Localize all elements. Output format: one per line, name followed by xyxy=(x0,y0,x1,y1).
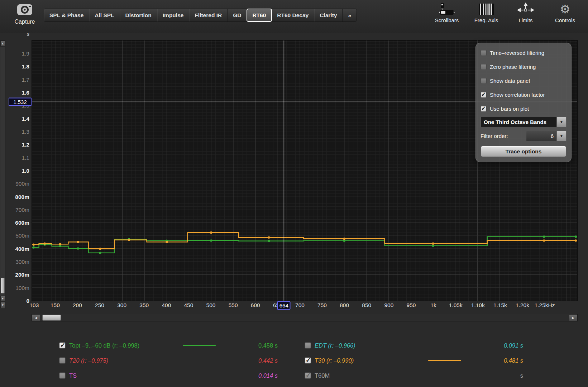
controls-button[interactable]: ⚙ Controls xyxy=(551,2,579,23)
scroll-up-button[interactable]: ▲ xyxy=(0,40,5,47)
topt-checkbox[interactable] xyxy=(59,342,66,349)
y-axis-labels: 0100m200m300m400m500m600m700m800m900m1.0… xyxy=(5,40,32,301)
t20-checkbox[interactable] xyxy=(59,357,66,364)
x-tick-label: 400 xyxy=(162,302,171,309)
t20-label: T20 (r: –0.975) xyxy=(69,353,108,368)
x-tick-label: 700 xyxy=(295,302,305,309)
bands-dropdown-value: One Third Octave Bands xyxy=(481,117,557,127)
x-tick-label: 750 xyxy=(317,302,327,309)
x-tick-label: 950 xyxy=(407,302,416,309)
y-tick-label: 700m xyxy=(15,207,29,213)
ts-checkbox[interactable] xyxy=(59,372,66,379)
x-tick-label: 150 xyxy=(51,302,60,309)
trace-options-button[interactable]: Trace options xyxy=(481,146,567,157)
scroll-right-button[interactable]: ▶ xyxy=(569,314,577,321)
x-tick-label: 1k xyxy=(430,302,436,309)
freq-axis-button[interactable]: Freq. Axis xyxy=(472,2,501,23)
capture-button[interactable]: Capture xyxy=(11,2,39,25)
use-bars-on-plot-label: Use bars on plot xyxy=(490,106,529,112)
y-tick-label: 500m xyxy=(15,233,29,239)
limits-icon xyxy=(517,2,534,16)
y-tick-label: 1.6 xyxy=(21,90,29,96)
cursor-freq-readout[interactable]: 664 xyxy=(277,301,291,310)
cursor-time-readout[interactable]: 1.532 xyxy=(9,97,32,106)
vertical-scrollbar-thumb[interactable] xyxy=(1,278,5,293)
scroll-left-button[interactable]: ◀ xyxy=(32,314,40,321)
filter-order-field[interactable]: 6 xyxy=(526,131,557,141)
rt60-chart-plot[interactable]: Time–reversed filtering Zero phase filte… xyxy=(32,40,578,301)
tab-rt60[interactable]: RT60 xyxy=(247,9,272,22)
chevron-down-icon[interactable]: ▼ xyxy=(557,117,567,127)
freq-axis-icon xyxy=(478,2,494,16)
ts-label: TS xyxy=(69,368,77,383)
x-tick-label: 850 xyxy=(362,302,371,309)
time-reversed-filtering-checkbox[interactable] xyxy=(481,50,487,56)
x-axis-labels: 1031502002503003504004505005506006507007… xyxy=(32,302,578,310)
filter-order-chevron-icon[interactable]: ▼ xyxy=(557,131,567,141)
topt-value: 0.458 s xyxy=(249,338,278,353)
scrollbars-icon xyxy=(438,2,456,16)
controls-label: Controls xyxy=(555,17,575,23)
vertical-scrollbar[interactable]: ▲ ▼ ▼ xyxy=(0,40,5,309)
x-tick-label: 103 xyxy=(30,302,39,309)
y-tick-label: 1.2 xyxy=(21,142,29,148)
tab-clarity[interactable]: Clarity xyxy=(314,9,343,22)
t30-line-swatch xyxy=(428,360,461,361)
x-tick-label: 1.15k xyxy=(493,302,507,309)
zero-phase-filtering-checkbox[interactable] xyxy=(481,64,487,70)
legend-row-ts: TS 0.014 s xyxy=(59,368,305,383)
tab-more[interactable]: » xyxy=(343,9,357,22)
scrollbars-label: Scrollbars xyxy=(435,17,459,23)
tab-spl-phase[interactable]: SPL & Phase xyxy=(44,9,89,22)
t30-label: T30 (r: –0.990) xyxy=(315,353,354,368)
show-correlation-factor-checkbox[interactable] xyxy=(481,92,487,98)
x-tick-label: 200 xyxy=(73,302,82,309)
legend-row-t60m: T60M s xyxy=(305,368,566,383)
scroll-down-button[interactable]: ▼ xyxy=(0,296,5,302)
t60m-label: T60M xyxy=(315,368,330,383)
x-tick-label: 1.05k xyxy=(449,302,463,309)
show-data-panel-checkbox[interactable] xyxy=(481,78,487,84)
y-tick-label: 600m xyxy=(15,220,29,226)
tab-distortion[interactable]: Distortion xyxy=(120,9,157,22)
graph-tab-bar: SPL & Phase All SPL Distortion Impulse F… xyxy=(44,9,357,22)
time-reversed-filtering-label: Time–reversed filtering xyxy=(490,50,544,56)
tab-rt60-decay[interactable]: RT60 Decay xyxy=(272,9,314,22)
show-data-panel-label: Show data panel xyxy=(490,78,530,84)
legend-row-topt: Topt –9..–60 dB (r: –0.998) 0.458 s xyxy=(59,338,305,353)
rt60-options-panel: Time–reversed filtering Zero phase filte… xyxy=(475,43,572,162)
topt-line-swatch xyxy=(183,345,216,346)
use-bars-on-plot-checkbox[interactable] xyxy=(481,106,487,112)
y-tick-label: 800m xyxy=(15,194,29,200)
tab-gd[interactable]: GD xyxy=(228,9,247,22)
gear-icon: ⚙ xyxy=(560,2,570,16)
limits-label: Limits xyxy=(518,17,532,23)
t30-checkbox[interactable] xyxy=(305,357,311,364)
tab-impulse[interactable]: Impulse xyxy=(157,9,190,22)
y-tick-label: 100m xyxy=(15,285,29,291)
y-tick-label: 0 xyxy=(26,298,29,304)
edt-checkbox[interactable] xyxy=(305,342,311,349)
tab-filtered-ir[interactable]: Filtered IR xyxy=(189,9,228,22)
scroll-down-button-2[interactable]: ▼ xyxy=(0,302,5,308)
scrollbars-button[interactable]: Scrollbars xyxy=(432,2,461,23)
t60m-checkbox[interactable] xyxy=(305,372,311,379)
freq-axis-label: Freq. Axis xyxy=(474,17,498,23)
x-tick-label: 1.25kHz xyxy=(535,302,555,309)
x-tick-label: 900 xyxy=(384,302,393,309)
y-tick-label: 1.7 xyxy=(21,77,29,83)
y-tick-label: 1.9 xyxy=(21,51,29,57)
horizontal-scrollbar[interactable]: ◀ ▶ xyxy=(32,314,578,321)
horizontal-scrollbar-thumb[interactable] xyxy=(42,315,61,321)
limits-button[interactable]: Limits xyxy=(511,2,540,23)
tab-all-spl[interactable]: All SPL xyxy=(89,9,120,22)
capture-label: Capture xyxy=(11,19,39,25)
top-toolbar: Capture SPL & Phase All SPL Distortion I… xyxy=(0,0,588,33)
y-tick-label: 200m xyxy=(15,272,29,278)
toolbar-tools: Scrollbars xyxy=(432,2,579,23)
camera-icon xyxy=(15,12,34,18)
bands-dropdown[interactable]: One Third Octave Bands ▼ xyxy=(481,117,567,127)
t60m-value: s xyxy=(494,368,523,383)
show-correlation-factor-label: Show correlation factor xyxy=(490,92,545,98)
topt-label: Topt –9..–60 dB (r: –0.998) xyxy=(69,338,139,353)
